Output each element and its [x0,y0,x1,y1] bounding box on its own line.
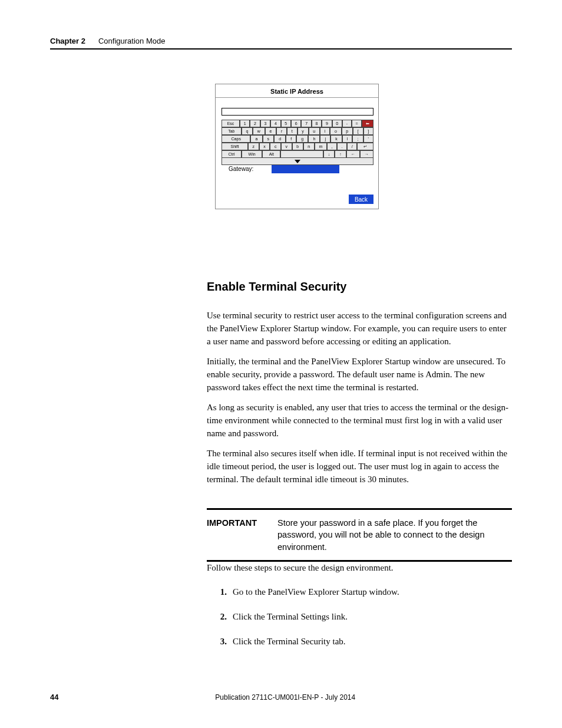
key-quote[interactable]: ' [363,135,373,143]
key-m[interactable]: m [315,143,327,150]
key-e[interactable]: e [265,127,276,135]
step-item-3: 3. Click the Terminal Security tab. [207,635,512,648]
back-button[interactable]: Back [349,195,373,204]
key-g[interactable]: g [296,135,308,143]
key-rbracket[interactable]: ] [363,127,374,135]
keyboard-row-3: Caps a s d f g h j k l ; ' [222,135,373,143]
paragraph-1: Use terminal security to restrict user a… [207,309,512,348]
key-l[interactable]: l [342,135,353,143]
keyboard-row-1: Esc 1 2 3 4 5 6 7 8 9 0 - = ⬅ [222,120,373,127]
key-2[interactable]: 2 [250,120,260,127]
page-header: Chapter 2 Configuration Mode [50,35,512,50]
chapter-label: Chapter 2 [50,37,85,45]
figure-title: Static IP Address [216,88,378,95]
key-9[interactable]: 9 [322,120,332,127]
key-3[interactable]: 3 [260,120,270,127]
key-b[interactable]: b [292,143,303,150]
gateway-input-field[interactable] [272,165,339,173]
page-number: 44 [50,693,58,701]
callout-text: Store your password in a safe place. If … [277,517,512,553]
steps-intro: Follow these steps to secure the design … [207,562,512,575]
step-text: Click the Terminal Security tab. [233,635,346,648]
key-k[interactable]: k [330,135,342,143]
keyboard-row-4: Shift z x c v b n m , . / ↵ [222,143,373,150]
key-i[interactable]: i [320,127,330,135]
key-backspace[interactable]: ⬅ [362,120,373,127]
important-callout: IMPORTANT Store your password in a safe … [207,508,512,562]
keyboard-row-2: Tab q w e r t y u i o p [ ] [222,127,373,135]
chapter-title: Configuration Mode [98,37,165,45]
key-d[interactable]: d [274,135,286,143]
key-tab[interactable]: Tab [222,127,242,135]
key-v[interactable]: v [281,143,292,150]
section-heading: Enable Terminal Security [207,280,347,294]
paragraph-2: Initially, the terminal and the PanelVie… [207,355,512,394]
key-q[interactable]: q [242,127,253,135]
triangle-down-icon [295,160,300,163]
paragraph-3: As long as security is enabled, any user… [207,401,512,440]
paragraph-4: The terminal also secures itself when id… [207,447,512,486]
onscreen-keyboard: Esc 1 2 3 4 5 6 7 8 9 0 - = ⬅ Tab q w e … [222,120,373,158]
key-0[interactable]: 0 [332,120,342,127]
key-c[interactable]: c [270,143,281,150]
key-t[interactable]: t [287,127,297,135]
figure-title-rule [216,97,378,98]
key-h[interactable]: h [308,135,320,143]
key-4[interactable]: 4 [270,120,280,127]
gateway-label: Gateway: [229,166,253,172]
step-number: 1. [207,586,233,599]
key-slash[interactable]: / [347,143,357,150]
key-x[interactable]: x [259,143,270,150]
key-u[interactable]: u [309,127,320,135]
step-text: Go to the PanelView Explorer Startup win… [233,586,399,599]
key-w[interactable]: w [253,127,265,135]
key-5[interactable]: 5 [281,120,291,127]
key-f[interactable]: f [286,135,296,143]
key-lbracket[interactable]: [ [353,127,363,135]
static-ip-figure: Static IP Address Esc 1 2 3 4 5 6 7 8 9 … [215,84,379,209]
steps-list: 1. Go to the PanelView Explorer Startup … [207,586,512,660]
page-footer: 44 Publication 2711C-UM001I-EN-P - July … [50,693,512,701]
figure-scroll-down[interactable] [222,157,373,165]
step-number: 2. [207,611,233,624]
key-a[interactable]: a [250,135,262,143]
callout-label: IMPORTANT [207,517,277,553]
key-j[interactable]: j [320,135,330,143]
key-caps[interactable]: Caps [222,135,250,143]
key-z[interactable]: z [248,143,259,150]
key-o[interactable]: o [330,127,341,135]
step-text: Click the Terminal Settings link. [233,611,348,624]
step-number: 3. [207,635,233,648]
key-equals[interactable]: = [352,120,362,127]
key-r[interactable]: r [276,127,287,135]
key-period[interactable]: . [337,143,347,150]
publication-info: Publication 2711C-UM001I-EN-P - July 201… [58,693,512,701]
key-8[interactable]: 8 [312,120,322,127]
key-semicolon[interactable]: ; [352,135,363,143]
key-esc[interactable]: Esc [222,120,240,127]
step-item-1: 1. Go to the PanelView Explorer Startup … [207,586,512,599]
ip-input-field[interactable] [222,108,373,116]
key-comma[interactable]: , [327,143,337,150]
key-enter[interactable]: ↵ [357,143,373,150]
key-n[interactable]: n [303,143,315,150]
key-7[interactable]: 7 [301,120,311,127]
step-item-2: 2. Click the Terminal Settings link. [207,611,512,624]
key-y[interactable]: y [297,127,309,135]
key-minus[interactable]: - [342,120,352,127]
key-6[interactable]: 6 [291,120,301,127]
key-1[interactable]: 1 [240,120,250,127]
key-s[interactable]: s [263,135,275,143]
key-shift[interactable]: Shift [222,143,248,150]
key-p[interactable]: p [342,127,353,135]
